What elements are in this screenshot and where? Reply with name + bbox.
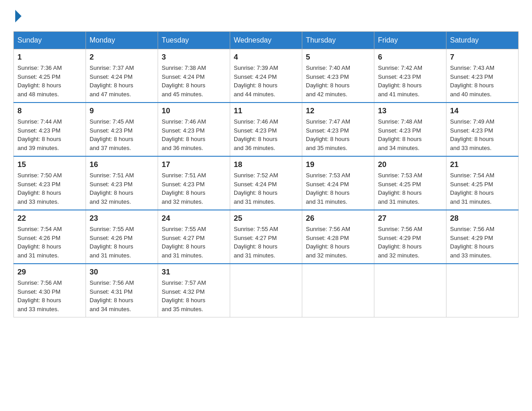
day-number: 1	[17, 53, 82, 62]
calendar-cell: 14 Sunrise: 7:49 AMSunset: 4:23 PMDaylig…	[446, 103, 519, 156]
day-number: 26	[306, 214, 370, 223]
day-number: 19	[306, 160, 370, 169]
calendar-table: SundayMondayTuesdayWednesdayThursdayFrid…	[13, 31, 519, 317]
day-number: 15	[17, 160, 82, 169]
weekday-header-wednesday: Wednesday	[230, 32, 302, 49]
calendar-cell: 18 Sunrise: 7:52 AMSunset: 4:24 PMDaylig…	[230, 156, 302, 210]
day-number: 28	[450, 214, 515, 223]
day-info: Sunrise: 7:56 AMSunset: 4:31 PMDaylight:…	[90, 279, 134, 313]
day-number: 17	[162, 160, 226, 169]
calendar-cell: 15 Sunrise: 7:50 AMSunset: 4:23 PMDaylig…	[14, 156, 86, 210]
day-number: 30	[90, 268, 154, 277]
day-number: 11	[234, 107, 298, 116]
calendar-week-row: 1 Sunrise: 7:36 AMSunset: 4:25 PMDayligh…	[14, 49, 519, 103]
calendar-cell: 25 Sunrise: 7:55 AMSunset: 4:27 PMDaylig…	[230, 210, 302, 264]
day-info: Sunrise: 7:45 AMSunset: 4:23 PMDaylight:…	[90, 118, 134, 151]
day-info: Sunrise: 7:46 AMSunset: 4:23 PMDaylight:…	[234, 118, 278, 151]
calendar-cell: 2 Sunrise: 7:37 AMSunset: 4:24 PMDayligh…	[86, 49, 158, 103]
day-info: Sunrise: 7:54 AMSunset: 4:26 PMDaylight:…	[17, 226, 62, 259]
day-info: Sunrise: 7:48 AMSunset: 4:23 PMDaylight:…	[378, 118, 422, 151]
calendar-cell: 6 Sunrise: 7:42 AMSunset: 4:23 PMDayligh…	[374, 49, 446, 103]
calendar-cell: 11 Sunrise: 7:46 AMSunset: 4:23 PMDaylig…	[230, 103, 302, 156]
day-info: Sunrise: 7:56 AMSunset: 4:30 PMDaylight:…	[17, 279, 62, 313]
day-number: 13	[378, 107, 442, 116]
weekday-header-thursday: Thursday	[302, 32, 374, 49]
calendar-cell: 28 Sunrise: 7:56 AMSunset: 4:29 PMDaylig…	[446, 210, 519, 264]
day-info: Sunrise: 7:55 AMSunset: 4:27 PMDaylight:…	[234, 226, 278, 259]
day-number: 24	[162, 214, 226, 223]
day-info: Sunrise: 7:43 AMSunset: 4:23 PMDaylight:…	[450, 64, 494, 98]
calendar-week-row: 8 Sunrise: 7:44 AMSunset: 4:23 PMDayligh…	[14, 103, 519, 156]
day-info: Sunrise: 7:56 AMSunset: 4:28 PMDaylight:…	[306, 226, 350, 259]
calendar-cell: 29 Sunrise: 7:56 AMSunset: 4:30 PMDaylig…	[14, 264, 86, 317]
calendar-week-row: 15 Sunrise: 7:50 AMSunset: 4:23 PMDaylig…	[14, 156, 519, 210]
day-info: Sunrise: 7:55 AMSunset: 4:27 PMDaylight:…	[162, 226, 206, 259]
calendar-cell: 30 Sunrise: 7:56 AMSunset: 4:31 PMDaylig…	[86, 264, 158, 317]
day-number: 20	[378, 160, 442, 169]
day-info: Sunrise: 7:39 AMSunset: 4:24 PMDaylight:…	[234, 64, 278, 98]
day-info: Sunrise: 7:49 AMSunset: 4:23 PMDaylight:…	[450, 118, 494, 151]
day-number: 2	[90, 53, 154, 62]
calendar-cell: 17 Sunrise: 7:51 AMSunset: 4:23 PMDaylig…	[158, 156, 230, 210]
day-info: Sunrise: 7:52 AMSunset: 4:24 PMDaylight:…	[234, 172, 278, 205]
day-number: 31	[162, 268, 226, 277]
day-number: 8	[17, 107, 82, 116]
logo-arrow-icon	[15, 10, 21, 22]
day-number: 3	[162, 53, 226, 62]
weekday-header-friday: Friday	[374, 32, 446, 49]
day-number: 7	[450, 53, 515, 62]
day-number: 4	[234, 53, 298, 62]
calendar-cell: 27 Sunrise: 7:56 AMSunset: 4:29 PMDaylig…	[374, 210, 446, 264]
calendar-cell: 13 Sunrise: 7:48 AMSunset: 4:23 PMDaylig…	[374, 103, 446, 156]
day-info: Sunrise: 7:51 AMSunset: 4:23 PMDaylight:…	[90, 172, 134, 205]
day-number: 16	[90, 160, 154, 169]
day-number: 18	[234, 160, 298, 169]
calendar-cell	[446, 264, 519, 317]
day-info: Sunrise: 7:47 AMSunset: 4:23 PMDaylight:…	[306, 118, 350, 151]
calendar-cell	[230, 264, 302, 317]
day-info: Sunrise: 7:44 AMSunset: 4:23 PMDaylight:…	[17, 118, 62, 151]
day-number: 12	[306, 107, 370, 116]
calendar-cell: 5 Sunrise: 7:40 AMSunset: 4:23 PMDayligh…	[302, 49, 374, 103]
day-info: Sunrise: 7:50 AMSunset: 4:23 PMDaylight:…	[17, 172, 62, 205]
calendar-cell: 19 Sunrise: 7:53 AMSunset: 4:24 PMDaylig…	[302, 156, 374, 210]
calendar-cell: 4 Sunrise: 7:39 AMSunset: 4:24 PMDayligh…	[230, 49, 302, 103]
weekday-header-sunday: Sunday	[14, 32, 86, 49]
day-info: Sunrise: 7:40 AMSunset: 4:23 PMDaylight:…	[306, 64, 350, 98]
day-info: Sunrise: 7:37 AMSunset: 4:24 PMDaylight:…	[90, 64, 134, 98]
calendar-cell	[302, 264, 374, 317]
weekday-header-row: SundayMondayTuesdayWednesdayThursdayFrid…	[14, 32, 519, 49]
calendar-cell: 10 Sunrise: 7:46 AMSunset: 4:23 PMDaylig…	[158, 103, 230, 156]
day-info: Sunrise: 7:57 AMSunset: 4:32 PMDaylight:…	[162, 279, 206, 313]
day-info: Sunrise: 7:54 AMSunset: 4:25 PMDaylight:…	[450, 172, 494, 205]
weekday-header-saturday: Saturday	[446, 32, 519, 49]
weekday-header-tuesday: Tuesday	[158, 32, 230, 49]
calendar-cell: 31 Sunrise: 7:57 AMSunset: 4:32 PMDaylig…	[158, 264, 230, 317]
calendar-week-row: 29 Sunrise: 7:56 AMSunset: 4:30 PMDaylig…	[14, 264, 519, 317]
day-number: 23	[90, 214, 154, 223]
calendar-cell: 9 Sunrise: 7:45 AMSunset: 4:23 PMDayligh…	[86, 103, 158, 156]
day-info: Sunrise: 7:46 AMSunset: 4:23 PMDaylight:…	[162, 118, 206, 151]
calendar-cell: 23 Sunrise: 7:55 AMSunset: 4:26 PMDaylig…	[86, 210, 158, 264]
calendar-cell: 1 Sunrise: 7:36 AMSunset: 4:25 PMDayligh…	[14, 49, 86, 103]
logo	[13, 9, 21, 22]
day-info: Sunrise: 7:42 AMSunset: 4:23 PMDaylight:…	[378, 64, 422, 98]
day-number: 14	[450, 107, 515, 116]
day-info: Sunrise: 7:56 AMSunset: 4:29 PMDaylight:…	[450, 226, 494, 259]
day-info: Sunrise: 7:53 AMSunset: 4:24 PMDaylight:…	[306, 172, 350, 205]
day-number: 27	[378, 214, 442, 223]
weekday-header-monday: Monday	[86, 32, 158, 49]
calendar-cell: 22 Sunrise: 7:54 AMSunset: 4:26 PMDaylig…	[14, 210, 86, 264]
calendar-cell: 12 Sunrise: 7:47 AMSunset: 4:23 PMDaylig…	[302, 103, 374, 156]
day-number: 29	[17, 268, 82, 277]
day-info: Sunrise: 7:38 AMSunset: 4:24 PMDaylight:…	[162, 64, 206, 98]
day-info: Sunrise: 7:56 AMSunset: 4:29 PMDaylight:…	[378, 226, 422, 259]
day-number: 5	[306, 53, 370, 62]
calendar-week-row: 22 Sunrise: 7:54 AMSunset: 4:26 PMDaylig…	[14, 210, 519, 264]
day-info: Sunrise: 7:51 AMSunset: 4:23 PMDaylight:…	[162, 172, 206, 205]
calendar-cell: 7 Sunrise: 7:43 AMSunset: 4:23 PMDayligh…	[446, 49, 519, 103]
calendar-cell	[374, 264, 446, 317]
day-info: Sunrise: 7:53 AMSunset: 4:25 PMDaylight:…	[378, 172, 422, 205]
calendar-cell: 24 Sunrise: 7:55 AMSunset: 4:27 PMDaylig…	[158, 210, 230, 264]
day-number: 21	[450, 160, 515, 169]
